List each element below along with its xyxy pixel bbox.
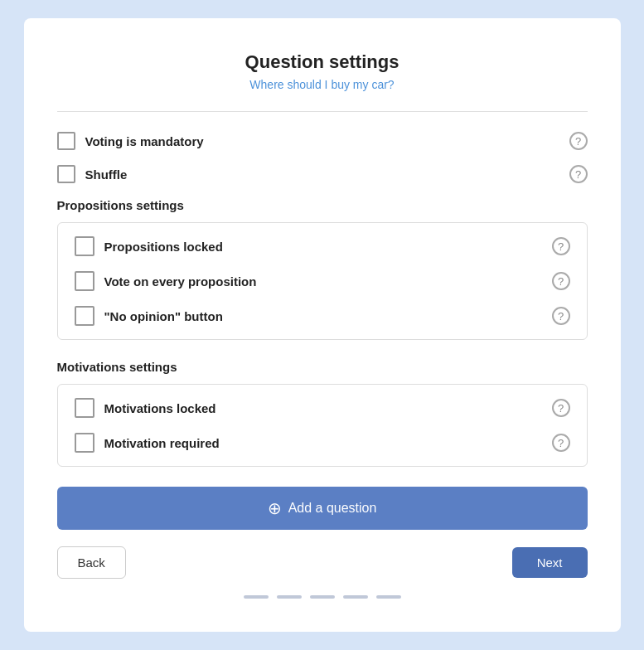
motivations-locked-label: Motivations locked	[104, 401, 216, 415]
voting-mandatory-row: Voting is mandatory ?	[57, 132, 588, 150]
propositions-locked-label: Propositions locked	[104, 240, 223, 254]
add-question-label: Add a question	[288, 501, 377, 516]
settings-card: Question settings Where should I buy my …	[24, 18, 621, 632]
motivations-locked-help-icon[interactable]: ?	[552, 399, 570, 417]
voting-mandatory-label: Voting is mandatory	[85, 134, 204, 148]
plus-icon: ⊕	[268, 500, 282, 517]
propositions-locked-checkbox[interactable]	[75, 236, 94, 256]
progress-dot-1	[244, 595, 269, 599]
motivation-required-checkbox[interactable]	[75, 433, 94, 453]
no-opinion-help-icon[interactable]: ?	[552, 307, 570, 325]
page-title: Question settings	[57, 51, 588, 73]
no-opinion-row: "No opinion" button ?	[75, 306, 570, 326]
motivation-required-left: Motivation required	[75, 433, 220, 453]
motivation-required-help-icon[interactable]: ?	[552, 434, 570, 452]
next-button[interactable]: Next	[512, 547, 588, 578]
propositions-box: Propositions locked ? Vote on every prop…	[57, 222, 588, 340]
motivation-required-row: Motivation required ?	[75, 433, 570, 453]
progress-dot-5	[376, 595, 401, 599]
shuffle-row: Shuffle ?	[57, 165, 588, 183]
vote-every-proposition-row: Vote on every proposition ?	[75, 271, 570, 291]
shuffle-label: Shuffle	[85, 167, 128, 182]
progress-dots	[57, 595, 588, 607]
propositions-locked-row: Propositions locked ?	[75, 236, 570, 256]
voting-mandatory-help-icon[interactable]: ?	[569, 132, 588, 150]
no-opinion-checkbox[interactable]	[75, 306, 94, 326]
shuffle-left: Shuffle	[57, 165, 128, 183]
vote-every-proposition-help-icon[interactable]: ?	[552, 272, 570, 290]
vote-every-proposition-label: Vote on every proposition	[104, 274, 257, 289]
motivations-locked-checkbox[interactable]	[75, 398, 94, 418]
motivations-locked-row: Motivations locked ?	[75, 398, 570, 418]
voting-mandatory-checkbox[interactable]	[57, 132, 75, 150]
motivation-required-label: Motivation required	[104, 436, 220, 450]
shuffle-checkbox[interactable]	[57, 165, 75, 183]
vote-every-proposition-left: Vote on every proposition	[75, 271, 257, 291]
progress-dot-2	[277, 595, 302, 599]
motivations-box: Motivations locked ? Motivation required…	[57, 384, 588, 467]
progress-dot-4	[343, 595, 368, 599]
voting-mandatory-left: Voting is mandatory	[57, 132, 204, 150]
propositions-section-title: Propositions settings	[57, 198, 588, 212]
add-question-button[interactable]: ⊕ Add a question	[57, 487, 588, 530]
no-opinion-label: "No opinion" button	[104, 309, 223, 323]
no-opinion-left: "No opinion" button	[75, 306, 223, 326]
propositions-locked-left: Propositions locked	[75, 236, 223, 256]
motivations-section-title: Motivations settings	[57, 360, 588, 374]
shuffle-help-icon[interactable]: ?	[569, 165, 588, 183]
propositions-locked-help-icon[interactable]: ?	[552, 237, 570, 255]
divider	[57, 111, 588, 112]
vote-every-proposition-checkbox[interactable]	[75, 271, 94, 291]
motivations-locked-left: Motivations locked	[75, 398, 216, 418]
back-button[interactable]: Back	[57, 546, 126, 579]
page-subtitle: Where should I buy my car?	[57, 78, 588, 91]
progress-dot-3	[310, 595, 335, 599]
bottom-nav: Back Next	[57, 546, 588, 579]
